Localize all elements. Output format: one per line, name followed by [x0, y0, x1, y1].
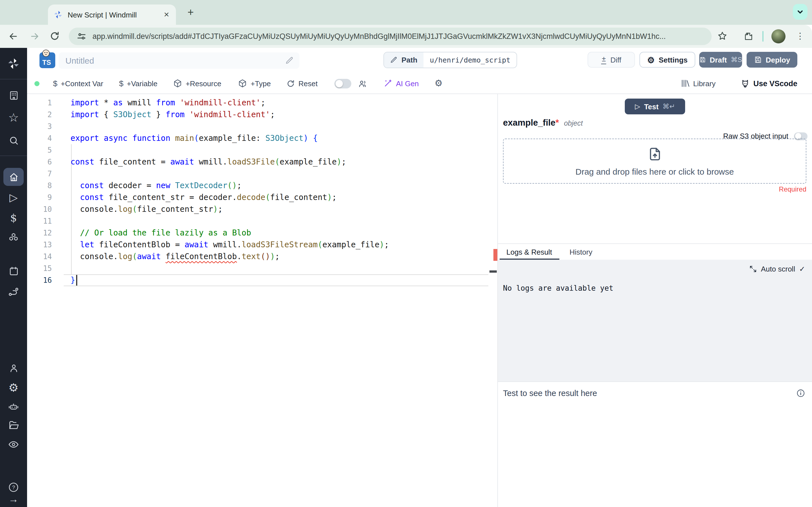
code-line[interactable]: const file_content_str = decoder.decode(… [70, 191, 389, 203]
deploy-button[interactable]: Deploy [747, 52, 797, 68]
code-line[interactable]: import * as wmill from 'windmill-client'… [70, 97, 389, 109]
code-line[interactable]: const file_content = await wmill.loadS3F… [70, 156, 389, 168]
sidebar-divider [0, 79, 27, 79]
multiplayer-toggle[interactable] [335, 78, 351, 88]
browser-tab[interactable]: New Script | Windmill × [48, 4, 176, 25]
site-settings-icon[interactable] [77, 32, 86, 41]
use-vscode-button[interactable]: Use VScode [741, 78, 797, 88]
sidebar-item-home[interactable] [7, 170, 20, 184]
expand-sidebar-arrow-icon[interactable]: → [7, 492, 20, 506]
help-icon[interactable]: ? [7, 481, 20, 494]
code-line[interactable]: console.log(await fileContentBlob.text()… [70, 251, 389, 263]
line-number: 16 [27, 274, 52, 286]
code-line[interactable]: const decoder = new TextDecoder(); [70, 180, 389, 191]
code-line[interactable] [70, 168, 389, 180]
draft-button[interactable]: Draft ⌘S [699, 52, 742, 68]
argument-row: example_file* object [503, 118, 583, 128]
path-button[interactable]: Path [384, 52, 423, 68]
test-button[interactable]: ▷ Test ⌘↵ [625, 99, 685, 114]
status-dot [35, 81, 40, 86]
argument-name: example_file* [503, 118, 559, 128]
gutter: 12345678910111213141516 [27, 97, 52, 286]
play-icon: ▷ [635, 103, 640, 110]
sidebar-item-routes[interactable] [7, 285, 20, 298]
add-resource-button[interactable]: +Resource [173, 79, 221, 88]
library-button[interactable]: Library [680, 79, 716, 88]
code-line[interactable] [70, 121, 389, 132]
sidebar-item-variables[interactable]: $ [7, 211, 20, 224]
edit-path-pencil-icon [390, 56, 398, 64]
sidebar-item-search[interactable] [7, 133, 20, 147]
sidebar-item-audit-logs[interactable] [7, 438, 20, 451]
script-title-value: Untitled [65, 56, 94, 65]
sidebar-item-workspace[interactable] [7, 89, 20, 102]
code-line[interactable] [70, 144, 389, 156]
profile-avatar[interactable] [771, 29, 785, 43]
overview-ruler-error-marker [493, 249, 497, 261]
sidebar-item-resources[interactable] [7, 231, 20, 244]
info-icon[interactable] [796, 389, 805, 398]
sidebar-item-settings[interactable]: ⚙ [7, 381, 20, 394]
browser-menu-icon[interactable]: ⋮ [795, 30, 805, 42]
code-line[interactable]: let fileContentBlob = await wmill.loadS3… [70, 239, 389, 251]
code-editor[interactable]: 12345678910111213141516 import * as wmil… [27, 94, 497, 507]
code-line[interactable]: import { S3Object } from 'windmill-clien… [70, 109, 389, 121]
ai-gen-button[interactable]: AI Gen [384, 79, 419, 88]
sidebar-item-schedules[interactable] [7, 264, 20, 278]
code-line[interactable]: console.log(file_content_str); [70, 203, 389, 215]
path-value[interactable]: u/henri/demo_script [423, 52, 516, 68]
settings-button[interactable]: ⚙ Settings [640, 52, 695, 68]
svg-text:?: ? [12, 485, 15, 490]
logs-area: Auto scroll ✓ No logs are available yet [498, 260, 812, 381]
url-bar[interactable]: app.windmill.dev/scripts/add#JTdCJTIyaGF… [69, 27, 712, 45]
back-icon[interactable] [7, 30, 19, 42]
add-type-button[interactable]: +Type [238, 79, 271, 88]
code-line[interactable]: // Or load the file lazily as a Blob [70, 227, 389, 239]
dropzone-label: Drag and drop files here or click to bro… [575, 166, 734, 176]
reload-icon[interactable] [49, 30, 61, 42]
tab-search-chevron-button[interactable] [793, 4, 808, 20]
edit-title-pencil-icon[interactable] [285, 56, 294, 65]
code-line[interactable] [70, 263, 389, 274]
add-variable-button[interactable]: $ +Variable [119, 79, 157, 88]
result-placeholder: Test to see the result here [503, 389, 597, 398]
code-line[interactable] [70, 215, 389, 227]
line-number: 5 [27, 144, 52, 156]
required-star: * [555, 118, 559, 127]
cat-icon [741, 78, 750, 88]
package-icon [173, 79, 182, 88]
path-label: Path [402, 56, 417, 64]
add-context-var-button[interactable]: $ +Context Var [53, 79, 103, 88]
editor-settings-gear-icon[interactable]: ⚙ [435, 79, 443, 88]
diff-button[interactable]: ± Diff [588, 52, 635, 68]
forward-icon[interactable] [28, 30, 41, 42]
code-line[interactable]: } [70, 274, 389, 286]
app-header: TS Untitled Path u/henri/demo_script ± D… [27, 48, 812, 73]
auto-scroll-control[interactable]: Auto scroll ✓ [750, 265, 805, 273]
url-text: app.windmill.dev/scripts/add#JTdCJTIyaGF… [93, 32, 666, 41]
sidebar-item-runs[interactable]: ▷ [7, 190, 20, 204]
windmill-logo-icon[interactable] [7, 57, 20, 70]
tab-history[interactable]: History [569, 248, 592, 256]
code-area[interactable]: import * as wmill from 'windmill-client'… [70, 97, 389, 286]
result-area: Test to see the result here [498, 381, 812, 507]
sidebar-item-users[interactable] [7, 361, 20, 375]
reset-button[interactable]: Reset [287, 79, 317, 88]
sidebar-item-workers[interactable] [7, 400, 20, 413]
sidebar-item-favorites[interactable]: ☆ [7, 110, 20, 124]
extensions-icon[interactable] [742, 30, 755, 42]
save-icon [754, 56, 762, 64]
new-tab-button[interactable]: + [184, 6, 197, 19]
tab-logs-result[interactable]: Logs & Result [506, 248, 552, 256]
draft-shortcut: ⌘S [731, 56, 742, 64]
line-number: 12 [27, 227, 52, 239]
path-widget[interactable]: Path u/henri/demo_script [384, 52, 517, 68]
tab-close-icon[interactable]: × [163, 10, 170, 19]
line-number: 15 [27, 263, 52, 274]
script-title-input[interactable]: Untitled [59, 52, 299, 69]
bookmark-star-icon[interactable] [716, 30, 728, 42]
file-dropzone[interactable]: Drag and drop files here or click to bro… [503, 138, 806, 184]
typescript-badge: TS [40, 52, 55, 68]
sidebar-item-folders[interactable] [7, 418, 20, 432]
code-line[interactable]: export async function main(example_file:… [70, 132, 389, 144]
